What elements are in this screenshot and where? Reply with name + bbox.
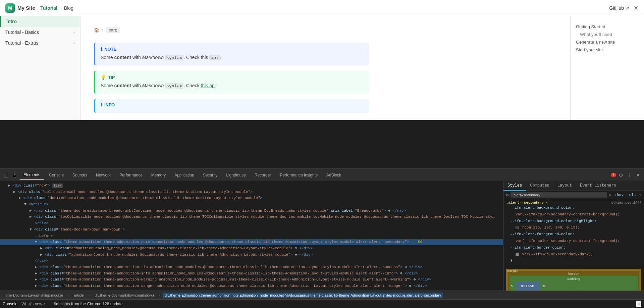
sidebar-item-intro[interactable]: intro	[0, 16, 80, 27]
breadcrumb-elem-4[interactable]: div.theme-admonition.theme-admonition-no…	[163, 293, 443, 298]
breadcrumb-sep: ›	[89, 293, 90, 298]
tab-console[interactable]: Console	[45, 171, 68, 179]
pseudo-state-button[interactable]: :hov	[615, 193, 624, 197]
clear-filter-button[interactable]: ✕	[609, 193, 611, 197]
admonition-tip: 💡 TIP Some content with Markdown syntax.…	[94, 71, 369, 94]
style-prop-3: --ifm-alert-foreground-color:	[510, 231, 641, 238]
element-line: </div>	[0, 258, 503, 264]
styles-panel: Styles Computed Layout Event Listeners ⚙…	[503, 181, 644, 291]
breadcrumb-elem-2[interactable]: article	[72, 293, 86, 298]
tab-lighthouse[interactable]: Lighthouse	[222, 171, 250, 179]
logo-icon: M	[5, 3, 15, 13]
margin-label: margin	[507, 269, 518, 273]
admonition-info-title: ℹ INFO	[101, 102, 364, 107]
main-content: 🏠 › intro ℹ NOTE Some content with Markd…	[80, 16, 570, 120]
breadcrumb-elem-1[interactable]: hme-DocItem-Layout-styles-module	[3, 293, 65, 298]
styles-filter-bar: ⚙ ✕ :hov .cls +	[503, 191, 644, 199]
breadcrumb-sep: ›	[159, 293, 160, 298]
site-logo[interactable]: M My Site	[5, 3, 35, 13]
admonition-note-title: ℹ NOTE	[101, 47, 364, 52]
breadcrumb-current: intro	[106, 27, 120, 33]
nav-right: GitHub ↗ ☀	[609, 4, 639, 12]
devtools-top-right: 1 ⚙ ⋮ ✕	[611, 171, 641, 179]
style-selector: .alert--secondary {	[506, 201, 548, 205]
sidebar-item-extras[interactable]: Tutorial - Extras ›	[0, 38, 80, 48]
styles-panel-tabs: Styles Computed Layout Event Listeners	[503, 181, 644, 191]
console-message: Highlights from the Chrome 126 update	[52, 302, 122, 306]
styles-tab-computed[interactable]: Computed	[526, 181, 553, 191]
home-icon[interactable]: 🏠	[94, 28, 99, 33]
devtools-tabs: ⬚ 📱 Elements Console Sources Network Per…	[0, 169, 644, 181]
breadcrumb-sep: ›	[102, 28, 103, 33]
inspect-element-button[interactable]: ⬚	[3, 171, 10, 179]
element-line: ▶ <div class="theme-admonition theme-adm…	[0, 264, 503, 270]
element-line: ▶ <div class="row"> flex	[0, 183, 503, 189]
toc-item-generate[interactable]: Generate a new site	[576, 38, 639, 46]
whats-new-tab[interactable]: What's new ×	[21, 302, 46, 306]
padding-side-right: 16	[542, 285, 546, 288]
admonition-tip-title: 💡 TIP	[101, 75, 364, 80]
tab-application[interactable]: Application	[170, 171, 198, 179]
tab-network[interactable]: Network	[92, 171, 115, 179]
toc-item-what-youll-need[interactable]: What you'll need	[576, 31, 639, 38]
box-margin: margin — border padding 5 921×58 16	[506, 269, 641, 291]
border-label: border	[568, 272, 579, 276]
nav-tutorial[interactable]: Tutorial	[41, 5, 57, 11]
tab-recorder[interactable]: Recorder	[251, 171, 275, 179]
styles-tab-styles[interactable]: Styles	[503, 181, 526, 191]
filter-icon: ⚙	[506, 193, 508, 198]
chevron-right-icon: ›	[73, 41, 75, 45]
tab-security[interactable]: Security	[199, 171, 221, 179]
cls-button[interactable]: .cls	[627, 193, 636, 197]
tab-memory[interactable]: Memory	[147, 171, 170, 179]
admonition-note-body: Some content with Markdown syntax. Check…	[101, 54, 364, 61]
settings-button[interactable]: ⚙	[618, 171, 625, 179]
element-line: </div>	[0, 220, 503, 226]
theme-toggle-button[interactable]: ☀	[633, 4, 639, 12]
style-val-2: rgba(235, 237, 240, 0.15);	[516, 224, 641, 231]
tip-icon: 💡	[101, 75, 106, 80]
add-style-button[interactable]: +	[639, 193, 641, 197]
style-source[interactable]: styles.css:1444	[611, 201, 641, 205]
sidebar-item-basics[interactable]: Tutorial - Basics ›	[0, 27, 80, 38]
tab-elements[interactable]: Elements	[19, 170, 44, 180]
toc-item-start[interactable]: Start your site	[576, 46, 639, 54]
style-properties: --ifm-alert-background-color: var(--ifm-…	[510, 205, 641, 264]
styles-filter-input[interactable]	[511, 192, 607, 198]
style-prop-2: --ifm-alert-background-color-highlight:	[510, 218, 641, 225]
color-swatch	[516, 253, 519, 256]
breadcrumb-elem-3[interactable]: div.theme-doc-markdown.markdown	[93, 293, 156, 298]
box-model-visual: margin — border padding 5 921×58 16	[506, 269, 641, 291]
tab-adblock[interactable]: AdBlock	[322, 171, 345, 179]
tab-performance-insights[interactable]: Performance insights	[276, 171, 322, 179]
styles-tab-event-listeners[interactable]: Event Listeners	[576, 181, 620, 191]
element-line: ▶ <div class="tocCollapsible_node_module…	[0, 214, 503, 220]
page-top: intro Tutorial - Basics › Tutorial - Ext…	[0, 16, 644, 168]
tab-sources[interactable]: Sources	[68, 171, 91, 179]
nav-blog[interactable]: Blog	[64, 5, 73, 11]
admonition-info: ℹ INFO	[94, 99, 369, 113]
console-close-button[interactable]: ✕	[636, 301, 641, 307]
api-link[interactable]: this api	[201, 83, 216, 88]
device-toolbar-button[interactable]: 📱	[10, 171, 19, 179]
margin-value: —	[573, 287, 575, 291]
toc-item-getting-started[interactable]: Getting Started	[576, 23, 639, 31]
console-bar: Console What's new × Highlights from the…	[0, 299, 644, 308]
styles-tab-layout[interactable]: Layout	[553, 181, 576, 191]
external-link-icon: ↗	[625, 5, 629, 11]
close-devtools-button[interactable]: ✕	[635, 171, 641, 179]
right-sidebar: Getting Started What you'll need Generat…	[570, 16, 644, 120]
devtools-panel: ⬚ 📱 Elements Console Sources Network Per…	[0, 168, 644, 299]
style-rule-close: }	[510, 258, 641, 264]
left-sidebar: intro Tutorial - Basics › Tutorial - Ext…	[0, 16, 80, 120]
elements-panel[interactable]: ▶ <div class="row"> flex ▶ <div class="c…	[0, 181, 503, 291]
tab-performance[interactable]: Performance	[115, 171, 147, 179]
nav-links: Tutorial Blog	[41, 5, 73, 11]
devtools-body: ▶ <div class="row"> flex ▶ <div class="c…	[0, 181, 644, 291]
element-line: ▶ <div class="admonitionContent_node_mod…	[0, 252, 503, 258]
style-prop-1: --ifm-alert-background-color:	[510, 205, 641, 211]
console-tab[interactable]: Console	[3, 302, 17, 306]
element-line: ::before	[0, 233, 503, 239]
more-options-button[interactable]: ⋮	[626, 171, 633, 179]
github-link[interactable]: GitHub ↗	[609, 5, 629, 11]
